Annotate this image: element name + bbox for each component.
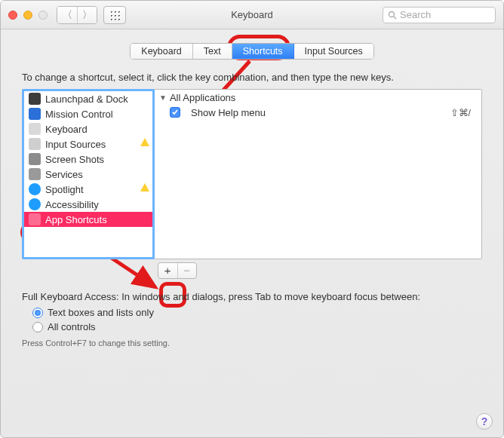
keyboard-icon: [29, 123, 41, 135]
spotlight-icon: [29, 183, 41, 195]
shortcuts-panels: Launchpad & DockMission ControlKeyboardI…: [22, 89, 482, 259]
back-button[interactable]: 〈: [57, 7, 77, 23]
category-item-keyboard[interactable]: Keyboard: [24, 121, 152, 136]
category-item-launchpad[interactable]: Launchpad & Dock: [24, 91, 152, 106]
titlebar: 〈 〉 Keyboard Search: [1, 1, 503, 29]
category-panel[interactable]: Launchpad & DockMission ControlKeyboardI…: [22, 89, 155, 259]
full-keyboard-access-label: Full Keyboard Access: In windows and dia…: [22, 291, 482, 302]
hint-text: Press Control+F7 to change this setting.: [22, 338, 482, 348]
category-item-app-shortcuts[interactable]: App Shortcuts: [24, 212, 152, 227]
shortcut-keys[interactable]: ⇧⌘/: [450, 107, 477, 118]
remove-shortcut-button[interactable]: −: [177, 263, 197, 278]
group-row[interactable]: ▼ All Applications: [155, 90, 481, 105]
svg-line-3: [394, 17, 396, 19]
forward-button[interactable]: 〉: [77, 7, 97, 23]
category-item-screen-shots[interactable]: Screen Shots: [24, 152, 152, 167]
accessibility-icon: [29, 198, 41, 210]
shortcut-row[interactable]: Show Help menu⇧⌘/: [155, 105, 481, 120]
app-shortcuts-icon: [29, 213, 41, 225]
svg-point-2: [389, 11, 395, 17]
radio-all-controls[interactable]: All controls: [32, 320, 482, 334]
screen-shots-icon: [29, 153, 41, 165]
detail-panel[interactable]: ▼ All Applications Show Help menu⇧⌘/: [155, 90, 481, 259]
radio-label: Text boxes and lists only: [48, 307, 154, 318]
instruction-text: To change a shortcut, select it, click t…: [22, 72, 482, 83]
search-placeholder: Search: [400, 9, 431, 20]
category-item-accessibility[interactable]: Accessibility: [24, 197, 152, 212]
content-area: KeyboardTextShortcutsInput Sources To ch…: [1, 29, 503, 355]
disclosure-triangle-icon[interactable]: ▼: [159, 93, 167, 102]
grid-icon: [109, 10, 120, 20]
tab-input-sources[interactable]: Input Sources: [294, 44, 373, 59]
add-shortcut-button[interactable]: +: [158, 263, 177, 278]
category-item-mission-control[interactable]: Mission Control: [24, 106, 152, 121]
category-label: Accessibility: [45, 199, 99, 210]
input-sources-icon: [29, 138, 41, 150]
shortcut-name: Show Help menu: [191, 107, 450, 118]
tab-shortcuts[interactable]: Shortcuts: [232, 44, 294, 59]
close-button[interactable]: [8, 11, 17, 20]
traffic-lights: [8, 11, 48, 20]
warning-icon: [140, 138, 149, 146]
category-item-spotlight[interactable]: Spotlight: [24, 182, 152, 197]
tab-bar: KeyboardTextShortcutsInput Sources: [22, 43, 482, 60]
tab-keyboard[interactable]: Keyboard: [131, 44, 193, 59]
preferences-window: 〈 〉 Keyboard Search KeyboardTextShortcut…: [0, 0, 504, 438]
category-label: Services: [45, 169, 83, 180]
category-item-input-sources[interactable]: Input Sources: [24, 136, 152, 152]
search-field[interactable]: Search: [383, 7, 496, 23]
radio-button-icon: [32, 322, 43, 332]
radio-button-icon: [32, 308, 43, 318]
shortcut-checkbox[interactable]: [170, 107, 180, 118]
category-label: Spotlight: [45, 184, 84, 195]
radio-text-boxes-and-lists-only[interactable]: Text boxes and lists only: [32, 305, 482, 320]
group-label: All Applications: [170, 92, 235, 103]
category-label: Input Sources: [45, 139, 106, 150]
category-label: Launchpad & Dock: [45, 93, 128, 105]
help-button[interactable]: ?: [476, 413, 493, 430]
category-label: App Shortcuts: [45, 214, 107, 225]
category-item-services[interactable]: Services: [24, 167, 152, 182]
category-label: Keyboard: [45, 124, 88, 135]
mission-control-icon: [29, 108, 41, 120]
add-remove-segment: + −: [158, 262, 197, 279]
show-all-button[interactable]: [103, 6, 126, 24]
category-label: Mission Control: [45, 109, 113, 120]
warning-icon: [140, 183, 149, 191]
nav-back-forward: 〈 〉: [57, 6, 97, 24]
tab-text[interactable]: Text: [193, 44, 232, 59]
category-label: Screen Shots: [45, 154, 104, 165]
minimize-button[interactable]: [23, 11, 32, 20]
search-icon: [388, 11, 397, 20]
launchpad-icon: [29, 93, 41, 105]
radio-label: All controls: [48, 321, 96, 332]
zoom-button[interactable]: [38, 11, 48, 20]
services-icon: [29, 168, 41, 180]
